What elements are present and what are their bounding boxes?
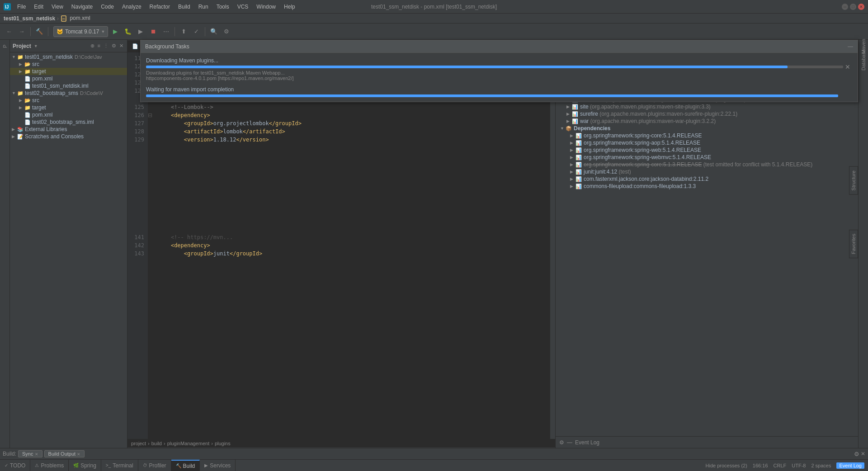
build-output-button[interactable]: Build Output ✕: [44, 450, 85, 457]
debug-button[interactable]: 🐛: [123, 26, 133, 37]
code-editor[interactable]: <dependency> <groupId>org.slf4j</groupId…: [154, 52, 550, 439]
bottom-settings-icon[interactable]: ⚙: [854, 451, 859, 457]
expand-icon[interactable]: ⋮: [103, 42, 109, 50]
more-run-button[interactable]: ⋯: [160, 26, 171, 37]
build-project-button[interactable]: 🔨: [34, 26, 45, 37]
panel-close-icon[interactable]: ✕: [118, 42, 124, 50]
event-log-btn[interactable]: Event Log: [836, 462, 864, 469]
maven-dep-4[interactable]: ▶ 📊 org.springframework:spring-webmvc:5.…: [556, 154, 858, 161]
menu-help[interactable]: Help: [280, 3, 299, 11]
maximize-button[interactable]: □: [850, 4, 856, 10]
app-icon: IJ: [4, 3, 11, 10]
maven-tree: ▶ 📊 clean (org.apache.maven.plugins:mave…: [556, 66, 858, 436]
forward-button[interactable]: →: [16, 26, 27, 37]
maven-item-dependencies-group[interactable]: ▼ 📦 Dependencies: [556, 125, 858, 132]
tree-src-1[interactable]: ▶ 📂 src: [10, 61, 127, 68]
maven-item-site[interactable]: ▶ 📊 site (org.apache.maven.plugins:maven…: [556, 103, 858, 110]
database-tab-side[interactable]: Database: [859, 55, 868, 64]
run-with-coverage-button[interactable]: ▶: [135, 26, 146, 37]
tree-iml-2[interactable]: ▶ 📄 test02_bootstrap_sms.iml: [10, 118, 127, 126]
maven-dep-3[interactable]: ▶ 📊 org.springframework:spring-web:5.1.4…: [556, 146, 858, 154]
breadcrumb-plugins[interactable]: plugins: [215, 441, 231, 446]
maven-item-war[interactable]: ▶ 📊 war (org.apache.maven.plugins:maven-…: [556, 118, 858, 125]
menu-refactor[interactable]: Refactor: [146, 3, 174, 11]
maven-dep-8[interactable]: ▶ 📊 commons-fileupload:commons-fileuploa…: [556, 183, 858, 190]
tree-src-2[interactable]: ▶ 📂 src: [10, 97, 127, 104]
project-bar: test01_ssm_netdisk › m pom.xml: [0, 14, 868, 24]
tab-todo[interactable]: ✓ TODO: [0, 460, 30, 471]
sync-button[interactable]: Sync ✕: [18, 450, 42, 457]
locate-icon[interactable]: ⊕: [90, 42, 95, 50]
tab-build[interactable]: 🔨 Build: [171, 460, 200, 471]
tab-problems[interactable]: ⚠ Problems: [30, 460, 69, 471]
maven-dep-1[interactable]: ▶ 📊 org.springframework:spring-core:5.1.…: [556, 132, 858, 139]
menu-code[interactable]: Code: [97, 3, 118, 11]
structure-tab[interactable]: Structure: [849, 166, 858, 195]
project-name: test01_ssm_netdisk: [4, 15, 55, 22]
event-log-hide-icon[interactable]: —: [567, 439, 572, 446]
menu-navigate[interactable]: Navigate: [68, 3, 96, 11]
tree-target-1[interactable]: ▶ 📁 target: [10, 68, 127, 75]
tab-profiler[interactable]: ⏱ Profiler: [138, 460, 171, 471]
close-button[interactable]: ✕: [858, 4, 864, 10]
window-title: test01_ssm_netdisk - pom.xml [test01_ssm…: [371, 4, 497, 10]
event-log-settings-icon[interactable]: ⚙: [559, 439, 564, 446]
run-config[interactable]: 🐱 Tomcat 9.0.17 ▼: [53, 26, 108, 37]
minimize-button[interactable]: ─: [842, 4, 848, 10]
maven-dep-5-strikethrough[interactable]: ▶ 📊 org.springframework:spring-core:5.1.…: [556, 161, 858, 168]
bg-task-1-cancel-button[interactable]: ✕: [845, 63, 850, 71]
editor-content[interactable]: 119 120 121 122 123 125 126 127 128 129: [127, 52, 555, 439]
menu-view[interactable]: View: [48, 3, 67, 11]
hide-processes-btn[interactable]: Hide processes (2): [706, 463, 747, 468]
tree-root[interactable]: ▼ 📁 test01_ssm_netdisk D:\Code\Jav: [10, 53, 127, 61]
tree-iml-1[interactable]: ▶ 📄 test01_ssm_netdisk.iml: [10, 82, 127, 89]
tab-terminal[interactable]: >_ Terminal: [101, 460, 138, 471]
tab-spring[interactable]: 🌿 Spring: [69, 460, 101, 471]
collapse-icon[interactable]: ≡: [97, 42, 101, 50]
tree-pom-1[interactable]: ▶ 📄 pom.xml: [10, 75, 127, 82]
editor-scrollbar[interactable]: [550, 52, 555, 439]
menu-edit[interactable]: Edit: [30, 3, 47, 11]
project-tab-icon[interactable]: P: [0, 42, 9, 51]
maven-dep-2[interactable]: ▶ 📊 org.springframework:spring-aop:5.1.4…: [556, 139, 858, 146]
tab-services[interactable]: ▶ Services: [200, 460, 236, 471]
tree-target-2[interactable]: ▶ 📁 target: [10, 104, 127, 111]
vcs-button[interactable]: ⬆: [178, 26, 189, 37]
tree-pom-2[interactable]: ▶ 📄 pom.xml: [10, 111, 127, 118]
menu-build[interactable]: Build: [175, 3, 194, 11]
bg-task-1: Downloading Maven plugins... ✕ Downloadi…: [146, 57, 852, 81]
menu-run[interactable]: Run: [195, 3, 212, 11]
project-panel-header: Project ▼ ⊕ ≡ ⋮ ⚙ ✕: [10, 40, 127, 52]
menu-analyze[interactable]: Analyze: [118, 3, 145, 11]
commit-button[interactable]: ✓: [191, 26, 202, 37]
bg-tasks-close-button[interactable]: —: [848, 43, 853, 50]
settings-button[interactable]: ⚙: [221, 26, 232, 37]
breadcrumb-plugin-mgmt[interactable]: pluginManagement: [167, 441, 210, 446]
line-ending[interactable]: CRLF: [774, 463, 787, 468]
menu-file[interactable]: File: [14, 3, 29, 11]
bg-task-1-title: Downloading Maven plugins...: [146, 57, 852, 64]
indent[interactable]: 2 spaces: [811, 463, 831, 468]
code-line-empty11: [158, 225, 546, 233]
favorites-tab[interactable]: Favorites: [849, 230, 858, 258]
menu-tools[interactable]: Tools: [213, 3, 233, 11]
stop-button[interactable]: ⏹: [148, 26, 159, 37]
panel-settings-icon[interactable]: ⚙: [111, 42, 117, 50]
tree-module-2[interactable]: ▼ 📁 test02_bootstrap_sms D:\Code\V: [10, 89, 127, 97]
search-everywhere-button[interactable]: 🔍: [208, 26, 219, 37]
encoding[interactable]: UTF-8: [792, 463, 806, 468]
menu-window[interactable]: Window: [253, 3, 279, 11]
toolbar-sep-2: [48, 27, 48, 36]
code-line-142: <dependency>: [158, 241, 546, 250]
bottom-close-icon[interactable]: ✕: [861, 451, 865, 457]
maven-item-surefire[interactable]: ▶ 📊 surefire (org.apache.maven.plugins:m…: [556, 110, 858, 118]
back-button[interactable]: ←: [4, 26, 14, 37]
breadcrumb-project[interactable]: project: [131, 441, 146, 446]
maven-dep-7[interactable]: ▶ 📊 com.fasterxml.jackson.core:jackson-d…: [556, 175, 858, 183]
maven-dep-6[interactable]: ▶ 📊 junit:junit:4.12 (test): [556, 168, 858, 175]
run-button[interactable]: ▶: [110, 26, 121, 37]
breadcrumb-build[interactable]: build: [151, 441, 162, 446]
tree-scratches[interactable]: ▶ 📝 Scratches and Consoles: [10, 133, 127, 140]
menu-vcs[interactable]: VCS: [234, 3, 252, 11]
tree-ext-libs[interactable]: ▶ 📚 External Libraries: [10, 126, 127, 133]
